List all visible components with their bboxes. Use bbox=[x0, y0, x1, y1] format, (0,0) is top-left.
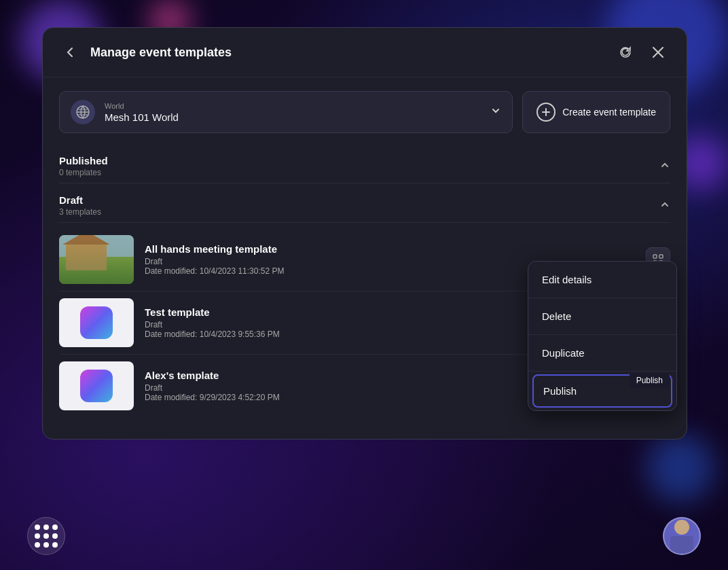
modal-title: Manage event templates bbox=[90, 46, 604, 60]
draft-section-count: 3 templates bbox=[59, 207, 101, 217]
chevron-down-icon bbox=[490, 105, 501, 119]
avatar-button[interactable] bbox=[663, 517, 701, 555]
back-button[interactable] bbox=[59, 41, 81, 63]
template-item-all-hands: All hands meeting template Draft Date mo… bbox=[59, 228, 670, 291]
draft-section-title: Draft bbox=[59, 194, 101, 206]
context-menu: Edit details Delete Duplicate Publish Pu… bbox=[528, 261, 677, 411]
close-button[interactable] bbox=[646, 40, 670, 65]
published-section-title: Published bbox=[59, 155, 108, 166]
test-template-icon bbox=[80, 306, 113, 339]
bg-blob-5 bbox=[647, 434, 714, 502]
world-info: World Mesh 101 World bbox=[105, 102, 481, 123]
world-label: World bbox=[105, 102, 481, 110]
svg-rect-1 bbox=[653, 255, 657, 258]
published-section: Published 0 templates bbox=[59, 147, 670, 183]
published-section-title-group: Published 0 templates bbox=[59, 155, 108, 177]
world-icon bbox=[71, 100, 95, 124]
draft-section: Draft 3 templates bbox=[59, 186, 670, 423]
draft-template-list: All hands meeting template Draft Date mo… bbox=[59, 223, 670, 423]
header-actions bbox=[613, 40, 670, 65]
alex-template-icon bbox=[80, 370, 113, 402]
context-menu-edit-details[interactable]: Edit details bbox=[528, 262, 676, 298]
template-name-all-hands: All hands meeting template bbox=[145, 243, 635, 255]
manage-templates-modal: Manage event templates bbox=[42, 27, 687, 440]
svg-rect-2 bbox=[659, 255, 663, 258]
draft-section-title-group: Draft 3 templates bbox=[59, 194, 101, 217]
avatar-head bbox=[674, 520, 689, 535]
bottom-bar bbox=[0, 502, 728, 570]
apps-dot bbox=[43, 524, 49, 530]
avatar-figure bbox=[668, 520, 695, 554]
refresh-button[interactable] bbox=[613, 40, 638, 65]
modal-header: Manage event templates bbox=[43, 28, 687, 77]
draft-section-header[interactable]: Draft 3 templates bbox=[59, 186, 670, 223]
apps-dot bbox=[52, 542, 58, 548]
draft-collapse-icon bbox=[659, 199, 670, 212]
context-menu-duplicate[interactable]: Duplicate bbox=[528, 335, 676, 372]
template-actions-all-hands: Edit details Delete Duplicate Publish Pu… bbox=[646, 247, 670, 272]
template-thumb-all-hands bbox=[59, 235, 134, 284]
apps-dot bbox=[43, 542, 49, 548]
world-row: World Mesh 101 World Create event templa… bbox=[59, 91, 670, 133]
apps-dot bbox=[52, 524, 58, 530]
context-menu-delete[interactable]: Delete bbox=[528, 298, 676, 335]
apps-dot bbox=[35, 542, 40, 548]
apps-dot bbox=[35, 533, 40, 539]
template-thumb-alex bbox=[59, 361, 134, 410]
world-name: Mesh 101 World bbox=[105, 111, 481, 123]
apps-dot bbox=[43, 533, 49, 539]
publish-tooltip: Publish bbox=[630, 373, 670, 388]
apps-dot bbox=[35, 524, 40, 530]
published-collapse-icon bbox=[659, 160, 670, 173]
template-thumb-test bbox=[59, 298, 134, 347]
world-selector[interactable]: World Mesh 101 World bbox=[59, 91, 513, 133]
modal-content: World Mesh 101 World Create event templa… bbox=[43, 77, 687, 439]
create-button-label: Create event template bbox=[562, 107, 656, 118]
apps-grid-icon bbox=[35, 524, 58, 548]
published-section-header[interactable]: Published 0 templates bbox=[59, 147, 670, 183]
plus-circle-icon bbox=[536, 103, 556, 122]
published-section-count: 0 templates bbox=[59, 168, 108, 177]
apps-dot bbox=[52, 533, 58, 539]
apps-button[interactable] bbox=[27, 517, 65, 555]
create-event-template-button[interactable]: Create event template bbox=[522, 91, 670, 133]
avatar-body bbox=[670, 536, 693, 554]
